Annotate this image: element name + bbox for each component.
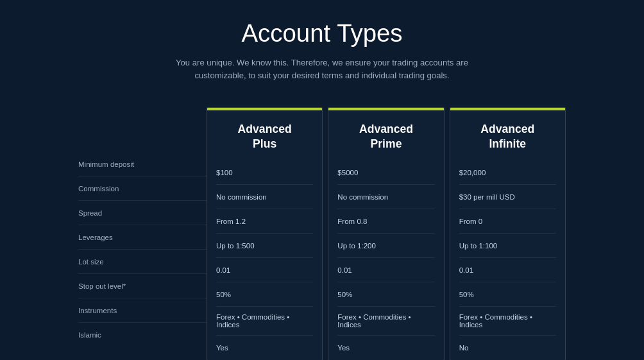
label-row: Stop out level* bbox=[78, 274, 207, 298]
card-row: Yes bbox=[216, 336, 313, 360]
page-subtitle: You are unique. We know this. Therefore,… bbox=[168, 56, 476, 81]
card-row: 0.01 bbox=[337, 258, 434, 282]
card-row: No commission bbox=[216, 185, 313, 209]
label-row: Instruments bbox=[78, 298, 207, 323]
card-row: 50% bbox=[216, 282, 313, 307]
label-row: Islamic bbox=[78, 323, 207, 347]
card-row: 50% bbox=[337, 282, 434, 307]
card-body-0: $100No commissionFrom 1.2Up to 1:5000.01… bbox=[207, 160, 322, 360]
card-row: Forex • Commodities • Indices bbox=[337, 307, 434, 336]
card-row: No commission bbox=[337, 185, 434, 209]
accounts-area: AdvancedPlus$100No commissionFrom 1.2Up … bbox=[207, 107, 566, 360]
label-row: Spread bbox=[78, 201, 207, 225]
card-header-0: AdvancedPlus bbox=[207, 108, 322, 160]
comparison-table: Minimum depositCommissionSpreadLeverages… bbox=[78, 107, 566, 360]
card-row: 0.01 bbox=[459, 258, 556, 282]
card-row: From 1.2 bbox=[216, 209, 313, 234]
card-row: Up to 1:200 bbox=[337, 234, 434, 258]
card-title-1: AdvancedPrime bbox=[335, 122, 437, 151]
card-row: $5000 bbox=[337, 160, 434, 185]
card-row: Up to 1:500 bbox=[216, 234, 313, 258]
card-title-0: AdvancedPlus bbox=[214, 122, 316, 151]
labels-column: Minimum depositCommissionSpreadLeverages… bbox=[78, 107, 207, 347]
label-row: Lot size bbox=[78, 250, 207, 274]
card-row: Up to 1:100 bbox=[459, 234, 556, 258]
card-row: From 0 bbox=[459, 209, 556, 234]
card-row: $20,000 bbox=[459, 160, 556, 185]
card-body-2: $20,000$30 per mill USDFrom 0Up to 1:100… bbox=[450, 160, 565, 360]
label-row: Minimum deposit bbox=[78, 152, 207, 176]
card-header-1: AdvancedPrime bbox=[328, 108, 443, 160]
card-row: From 0.8 bbox=[337, 209, 434, 234]
card-row: Yes bbox=[337, 336, 434, 360]
card-row: Forex • Commodities • Indices bbox=[216, 307, 313, 336]
card-body-1: $5000No commissionFrom 0.8Up to 1:2000.0… bbox=[328, 160, 443, 360]
label-row: Commission bbox=[78, 176, 207, 201]
card-header-2: AdvancedInfinite bbox=[450, 108, 565, 160]
account-card-1: AdvancedPrime$5000No commissionFrom 0.8U… bbox=[328, 107, 444, 360]
page-header: Account Types You are unique. We know th… bbox=[168, 19, 476, 81]
page-title: Account Types bbox=[168, 19, 476, 47]
card-row: 50% bbox=[459, 282, 556, 307]
card-row: $30 per mill USD bbox=[459, 185, 556, 209]
account-card-0: AdvancedPlus$100No commissionFrom 1.2Up … bbox=[207, 107, 323, 360]
account-card-2: AdvancedInfinite$20,000$30 per mill USDF… bbox=[450, 107, 566, 360]
card-row: No bbox=[459, 336, 556, 360]
card-row: 0.01 bbox=[216, 258, 313, 282]
card-title-2: AdvancedInfinite bbox=[457, 122, 559, 151]
card-row: $100 bbox=[216, 160, 313, 185]
card-row: Forex • Commodities • Indices bbox=[459, 307, 556, 336]
label-row: Leverages bbox=[78, 225, 207, 250]
